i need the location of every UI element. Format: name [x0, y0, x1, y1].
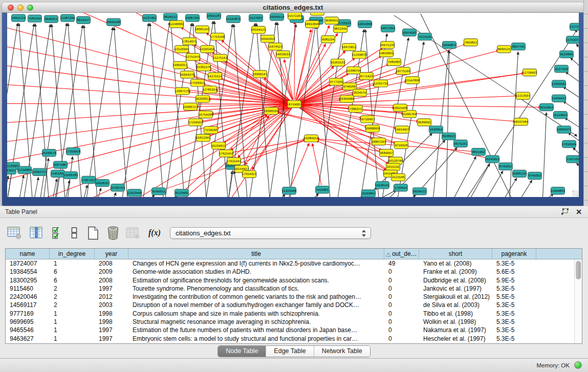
graph-node[interactable]: 10164123: [251, 26, 266, 33]
table-row[interactable]: 1872400712008Changes of HCN gene express…: [6, 259, 582, 268]
graph-node[interactable]: 1615132: [386, 163, 400, 170]
graph-node[interactable]: 9934512: [413, 188, 427, 195]
graph-node[interactable]: 3624574: [353, 89, 367, 96]
graph-node[interactable]: 16234012: [211, 142, 226, 149]
graph-node[interactable]: 15474521: [268, 43, 283, 50]
graph-node[interactable]: 16782753: [111, 184, 125, 191]
red-edge[interactable]: [277, 52, 293, 100]
graph-node[interactable]: 11275147: [213, 54, 228, 61]
graph-node[interactable]: 19775105: [396, 67, 411, 74]
table-selector-dropdown[interactable]: citations_edges.txt: [170, 227, 371, 239]
table-row[interactable]: 977716911998Corpus callosum shape and si…: [6, 310, 582, 318]
red-edge[interactable]: [225, 108, 292, 197]
graph-node[interactable]: 1167534: [567, 156, 579, 163]
graph-node[interactable]: 16958107: [95, 180, 110, 187]
black-edge[interactable]: [517, 180, 532, 197]
graph-node[interactable]: 8813046: [311, 13, 324, 15]
black-edge[interactable]: [33, 177, 38, 197]
graph-node[interactable]: 15237461: [142, 14, 157, 21]
graph-node[interactable]: 19306717: [183, 103, 198, 110]
graph-node[interactable]: 12654098: [358, 20, 373, 28]
graph-node[interactable]: 12213507: [516, 92, 531, 99]
graph-node[interactable]: 11234870: [352, 51, 367, 58]
network-window-titlebar[interactable]: citations_edges.txt: [2, 3, 584, 13]
graph-node[interactable]: 14850831: [379, 50, 394, 57]
zoom-window-button[interactable]: [27, 5, 33, 11]
graph-node[interactable]: 16043278: [180, 71, 195, 78]
graph-node[interactable]: 1640954: [429, 126, 443, 133]
graph-node[interactable]: 15892971: [557, 126, 572, 133]
graph-node[interactable]: 3913547: [7, 167, 16, 174]
table-settings-icon[interactable]: [7, 226, 21, 239]
black-edge[interactable]: [112, 192, 116, 197]
graph-node[interactable]: 10025438: [393, 104, 408, 111]
graph-node[interactable]: 13067170: [175, 87, 190, 95]
float-panel-icon[interactable]: [561, 208, 569, 215]
graph-node[interactable]: 8123460: [175, 189, 189, 196]
graph-node[interactable]: 9812345: [334, 25, 347, 32]
close-window-button[interactable]: [8, 5, 14, 11]
table-row[interactable]: 1830029562008Estimation of significance …: [6, 276, 582, 285]
column-visibility-icon[interactable]: [30, 226, 43, 239]
graph-node[interactable]: 7425801: [316, 186, 330, 193]
graph-node[interactable]: 10099147: [253, 71, 268, 78]
graph-node[interactable]: 9834512: [164, 13, 178, 20]
graph-node[interactable]: 9745052: [528, 172, 542, 179]
graph-node[interactable]: 7515526: [418, 33, 432, 40]
graph-node[interactable]: 13201458: [200, 46, 215, 53]
graph-node[interactable]: 9245012: [152, 188, 166, 195]
column-header-out_de…[interactable]: △out_de…: [384, 249, 419, 259]
graph-node[interactable]: 18807293: [372, 138, 386, 145]
graph-node[interactable]: 12444413: [552, 95, 567, 102]
graph-node[interactable]: 7581256: [28, 15, 42, 22]
graph-node[interactable]: 12751470: [186, 53, 201, 60]
black-edge[interactable]: [542, 113, 547, 197]
network-window[interactable]: citations_edges.txt 24055724758125690463…: [2, 3, 584, 206]
graph-node[interactable]: 9046312: [45, 15, 58, 23]
graph-node[interactable]: 16720407: [360, 116, 375, 123]
graph-node[interactable]: 15751074: [566, 36, 579, 43]
graph-node[interactable]: 16261531: [331, 59, 345, 66]
graph-node[interactable]: 14275124: [208, 73, 223, 80]
new-table-icon[interactable]: [87, 226, 99, 240]
graph-node[interactable]: 8938923: [442, 133, 456, 140]
graph-node[interactable]: 12348756: [346, 67, 361, 74]
minimize-window-button[interactable]: [17, 5, 24, 11]
graph-node[interactable]: 18107584: [514, 118, 529, 125]
graph-node[interactable]: 10293847: [361, 190, 376, 197]
table-row[interactable]: 969969511998Structural magnetic resonanc…: [6, 318, 582, 326]
column-header-year[interactable]: year: [95, 249, 128, 259]
table-scrollbar-thumb[interactable]: [576, 261, 581, 279]
graph-node[interactable]: 9777169: [330, 78, 343, 85]
black-edge[interactable]: [82, 185, 88, 197]
graph-node[interactable]: 20206576: [42, 149, 57, 157]
graph-node[interactable]: 19087345: [185, 14, 200, 21]
graph-node[interactable]: 15612345: [196, 134, 211, 141]
graph-node[interactable]: 16694510: [270, 13, 285, 20]
tab-node-table[interactable]: Node Table: [218, 346, 266, 357]
graph-node[interactable]: 7485083: [387, 58, 401, 65]
graph-node[interactable]: 12505185: [63, 171, 78, 179]
canvas-resize-grip[interactable]: [572, 190, 578, 196]
table-row[interactable]: 2242004622012Investigating the contribut…: [6, 293, 582, 301]
graph-node[interactable]: 10688609: [365, 125, 380, 132]
graph-node[interactable]: 10975887: [53, 161, 68, 168]
black-edge[interactable]: [85, 27, 113, 197]
column-header-spacer[interactable]: [536, 249, 575, 259]
column-header-pagerank[interactable]: pagerank: [492, 249, 536, 259]
graph-node[interactable]: 9745012: [499, 163, 513, 170]
column-header-name[interactable]: name: [6, 249, 50, 259]
graph-node[interactable]: 15654923: [395, 126, 410, 133]
graph-node[interactable]: 14136141: [375, 182, 390, 189]
black-edge[interactable]: [538, 194, 554, 197]
graph-node[interactable]: 15572201: [288, 13, 302, 19]
black-edge[interactable]: [150, 23, 164, 197]
graph-node[interactable]: 10655287: [207, 13, 222, 19]
graph-node[interactable]: 7234560: [204, 126, 218, 134]
tab-network-table[interactable]: Network Table: [314, 346, 370, 357]
graph-node[interactable]: 12044831: [551, 187, 565, 194]
table-row[interactable]: 946554611997Estimation of the future num…: [6, 326, 582, 334]
graph-node[interactable]: 18913046: [305, 20, 320, 28]
red-edge[interactable]: [291, 143, 310, 187]
graph-node[interactable]: 9827745: [512, 43, 526, 50]
